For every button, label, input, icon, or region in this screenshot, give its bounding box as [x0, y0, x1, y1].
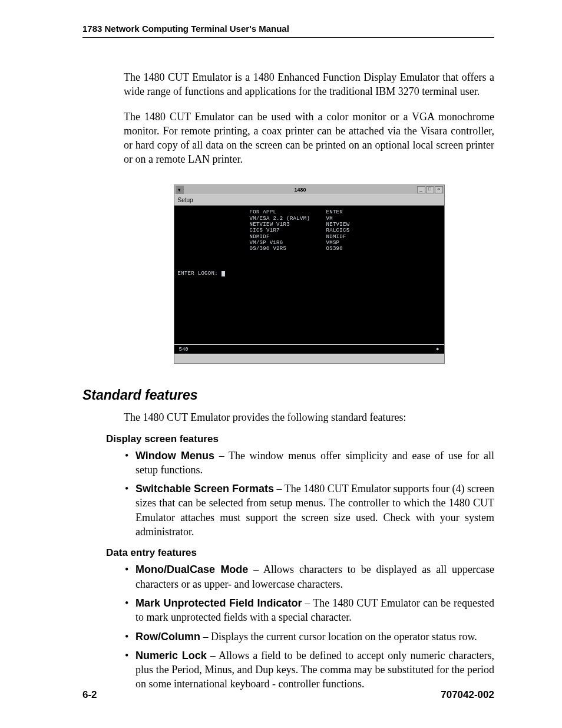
term-line: VM/SP V1R6 — [250, 240, 326, 246]
minimize-icon: _ — [417, 186, 425, 193]
feature-name: Window Menus — [135, 450, 214, 462]
feature-item: Switchable Screen Formats – The 1480 CUT… — [124, 482, 494, 539]
window-bottombar — [174, 354, 444, 363]
close-icon: × — [435, 186, 443, 193]
login-prompt: ENTER LOGON: — [178, 271, 225, 276]
term-line: OS/390 V2R5 — [250, 246, 326, 252]
term-line: VM — [326, 216, 385, 222]
subsection-data-entry-heading: Data entry features — [106, 547, 494, 559]
term-line: FOR APPL — [250, 209, 326, 215]
intro-paragraph-1: The 1480 CUT Emulator is a 1480 Enhanced… — [124, 70, 494, 99]
subsection-display-heading: Display screen features — [106, 433, 494, 445]
term-line: NDMIDF — [250, 234, 326, 240]
term-line: VMSP — [326, 240, 385, 246]
term-line: VM/ESA 2.2 (RALVM) — [250, 216, 326, 222]
intro-paragraph-2: The 1480 CUT Emulator can be used with a… — [124, 110, 494, 167]
emulator-screenshot: ▾ 1480 _ □ × Setup FOR APPL VM/ESA 2.2 (… — [174, 185, 445, 364]
header-rule — [82, 37, 494, 38]
feature-name: Mark Unprotected Field Indicator — [135, 597, 302, 609]
feature-item: Numeric Lock – Allows a field to be defi… — [124, 648, 494, 691]
term-line: ENTER — [326, 209, 385, 215]
cursor-icon — [222, 271, 225, 276]
window-title: 1480 — [184, 186, 417, 193]
feature-name: Row/Column — [135, 631, 200, 643]
section-heading: Standard features — [82, 387, 494, 403]
term-line: OS390 — [326, 246, 385, 252]
term-line: NETVIEW V1R3 — [250, 222, 326, 228]
status-right: ● — [436, 346, 439, 353]
page-number: 6-2 — [82, 689, 97, 701]
section-intro: The 1480 CUT Emulator provides the follo… — [124, 410, 494, 424]
feature-item: Mono/DualCase Mode – Allows characters t… — [124, 562, 494, 591]
feature-item: Row/Column – Displays the current cursor… — [124, 630, 494, 644]
system-menu-icon: ▾ — [176, 186, 184, 194]
feature-item: Window Menus – The window menus offer si… — [124, 449, 494, 477]
status-left: 540 — [179, 346, 189, 353]
window-titlebar: ▾ 1480 _ □ × — [174, 185, 444, 195]
term-line: RALCICS — [326, 228, 385, 233]
running-header: 1783 Network Computing Terminal User's M… — [82, 24, 494, 34]
maximize-icon: □ — [426, 186, 434, 193]
status-row: 540 ● — [174, 344, 444, 354]
feature-item: Mark Unprotected Field Indicator – The 1… — [124, 596, 494, 625]
document-number: 707042-002 — [441, 689, 494, 701]
term-line: NDMIDF — [326, 234, 385, 240]
terminal-display: FOR APPL VM/ESA 2.2 (RALVM) NETVIEW V1R3… — [174, 206, 444, 344]
feature-name: Numeric Lock — [135, 650, 207, 661]
feature-desc: – Displays the current cursor location o… — [200, 631, 477, 643]
term-line: CICS V1R7 — [250, 228, 326, 233]
feature-name: Switchable Screen Formats — [135, 483, 274, 495]
feature-name: Mono/DualCase Mode — [135, 564, 248, 575]
menubar: Setup — [174, 195, 444, 206]
term-line: NETVIEW — [326, 222, 385, 228]
